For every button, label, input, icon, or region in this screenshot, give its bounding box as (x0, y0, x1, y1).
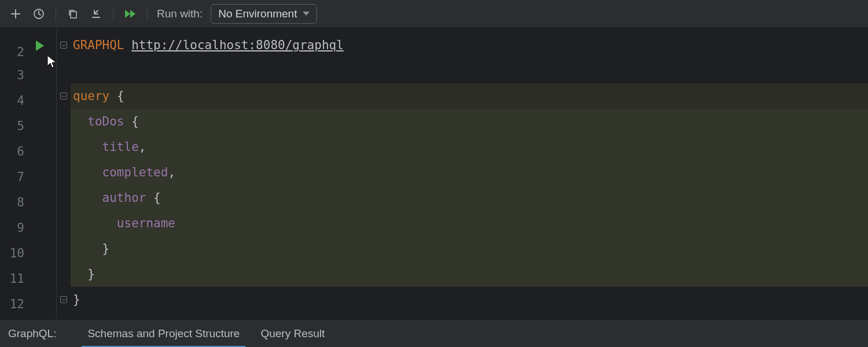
fold-toggle-icon[interactable] (60, 42, 67, 49)
import-button[interactable] (86, 4, 106, 24)
tab-label: Schemas and Project Structure (87, 327, 240, 340)
add-button[interactable] (6, 4, 25, 24)
code-content[interactable]: GRAPHQL http://localhost:8080/graphql qu… (71, 28, 868, 319)
line-number-gutter: 2 3 4 5 6 7 8 9 10 11 12 (0, 28, 30, 319)
toolbar-separator (113, 7, 113, 21)
brace: { (153, 191, 161, 205)
toolbar: Run with: No Environment (0, 0, 868, 28)
code-line[interactable]: } (71, 261, 868, 287)
brace: { (131, 115, 139, 128)
graphql-tool-window: GraphQL: Schemas and Project Structure Q… (0, 319, 868, 347)
tab-query-result[interactable]: Query Result (250, 320, 335, 348)
fold-toggle-icon[interactable] (60, 296, 67, 303)
run-with-label: Run with: (157, 8, 203, 20)
comma: , (168, 165, 175, 179)
run-request-icon[interactable] (36, 40, 44, 51)
code-line[interactable]: completed, (71, 160, 868, 185)
field-title: title (102, 140, 139, 154)
tab-schemas[interactable]: Schemas and Project Structure (77, 320, 250, 348)
code-line[interactable]: title, (71, 134, 868, 160)
request-url[interactable]: http://localhost:8080/graphql (131, 38, 344, 52)
brace: } (73, 293, 80, 307)
brace: } (102, 242, 110, 256)
code-line[interactable]: } (71, 287, 868, 312)
comma: , (139, 140, 146, 154)
chevron-down-icon (303, 12, 310, 16)
tab-label: Query Result (260, 327, 325, 340)
svg-rect-1 (71, 12, 76, 18)
keyword-query: query (73, 89, 109, 103)
field-toDos: toDos (87, 115, 124, 128)
environment-value: No Environment (218, 8, 297, 20)
panel-title: GraphQL: (8, 327, 56, 340)
code-line[interactable]: } (71, 236, 868, 261)
code-line[interactable]: username (71, 211, 868, 236)
copy-button[interactable] (63, 4, 83, 24)
code-line[interactable]: query { (71, 83, 868, 109)
environment-dropdown[interactable]: No Environment (211, 4, 317, 24)
code-editor[interactable]: 2 3 4 5 6 7 8 9 10 11 12 GRAPHQL http://… (0, 28, 868, 319)
code-line[interactable] (71, 58, 868, 83)
toolbar-separator (56, 7, 56, 21)
fold-gutter (57, 28, 71, 319)
run-gutter (30, 28, 57, 319)
history-button[interactable] (29, 4, 49, 24)
field-completed: completed (102, 165, 168, 179)
toolbar-separator (147, 7, 148, 21)
code-line[interactable]: GRAPHQL http://localhost:8080/graphql (71, 28, 868, 58)
brace: } (87, 267, 95, 281)
code-line[interactable]: toDos { (71, 109, 868, 134)
fold-toggle-icon[interactable] (60, 93, 67, 99)
field-username: username (117, 216, 175, 230)
brace: { (117, 89, 124, 103)
run-all-button[interactable] (120, 4, 140, 24)
line-number: 2 (0, 28, 24, 58)
field-author: author (102, 191, 146, 205)
http-method: GRAPHQL (73, 38, 124, 52)
code-line[interactable]: author { (71, 185, 868, 211)
mouse-cursor-icon (46, 54, 58, 69)
